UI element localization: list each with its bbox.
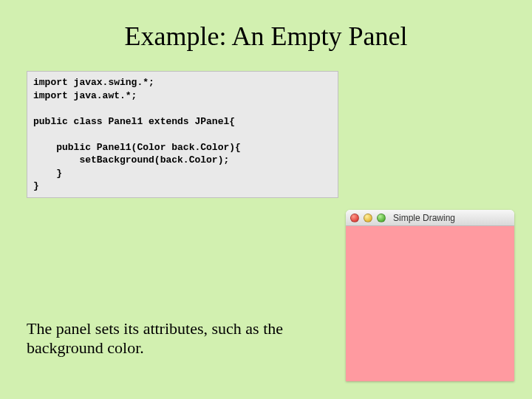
window-titlebar: Simple Drawing xyxy=(346,210,514,226)
caption-text: The panel sets its attributes, such as t… xyxy=(27,319,337,358)
slide-title: Example: An Empty Panel xyxy=(0,0,532,52)
minimize-icon[interactable] xyxy=(364,214,372,222)
close-icon[interactable] xyxy=(350,214,359,222)
code-block: import javax.swing.*; import java.awt.*;… xyxy=(27,71,338,198)
window-title: Simple Drawing xyxy=(393,213,455,223)
zoom-icon[interactable] xyxy=(377,214,386,222)
panel-content xyxy=(346,226,514,381)
slide: Example: An Empty Panel import javax.swi… xyxy=(0,0,532,399)
app-window: Simple Drawing xyxy=(346,210,514,381)
